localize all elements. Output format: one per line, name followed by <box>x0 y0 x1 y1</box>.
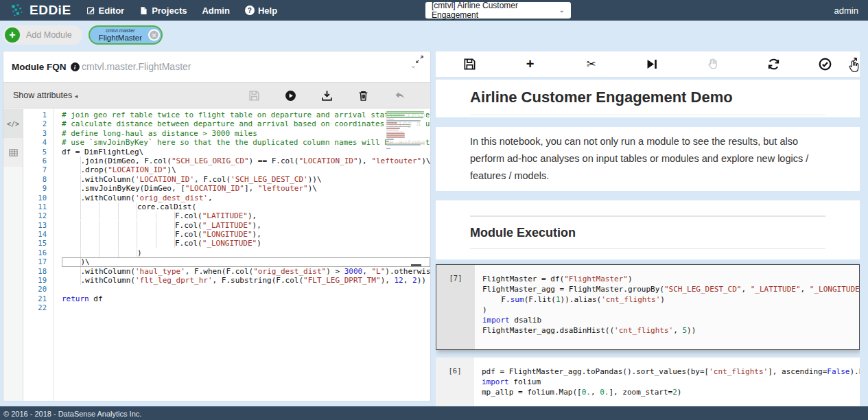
project-select[interactable]: [cmtvl] Airline Customer Engagement ⌄ <box>425 2 571 19</box>
show-attributes-toggle[interactable]: Show attributes ◂ <box>13 91 78 100</box>
cell-code[interactable]: pdf = FlightMaster_agg.toPandas().sort_v… <box>474 358 860 406</box>
add-cell-icon[interactable]: + <box>524 58 537 71</box>
code-line: import folium <box>482 377 854 387</box>
plus-icon: + <box>5 27 20 43</box>
line-number: 17 <box>23 257 53 266</box>
minimap-line <box>386 124 410 126</box>
notebook-description: In this notebook, you can not only run a… <box>470 133 825 185</box>
minimap-line <box>386 148 390 150</box>
line-number: 11 <box>23 202 53 211</box>
undo-icon[interactable] <box>394 90 406 102</box>
code-line: .smvJoinByKey(DimGeo, ["LOCATION_ID"], "… <box>62 184 430 193</box>
module-chip-flightmaster[interactable]: cmtvl.master FlightMaster ✕ <box>89 25 163 45</box>
download-icon[interactable] <box>321 90 333 102</box>
code-area[interactable]: # join geo ref table twice to flight tab… <box>54 109 430 401</box>
restart-refresh-icon[interactable] <box>767 58 780 71</box>
nav-item-help[interactable]: ? Help <box>245 5 277 16</box>
nav-label: Editor <box>99 5 125 16</box>
code-line: # define long-haul as distance > 3000 mi… <box>62 129 430 138</box>
nav-item-projects[interactable]: Projects <box>139 5 187 16</box>
code-line: .withColumn('haul_type', F.when(F.col("o… <box>62 267 430 276</box>
tab-code-view[interactable]: </> <box>3 109 23 138</box>
line-number: 19 <box>23 276 53 285</box>
line-number: 7 <box>23 165 53 174</box>
cell-prompt: [7] <box>436 265 475 349</box>
nav-label: Help <box>258 5 277 16</box>
section-heading: Module Execution <box>470 226 825 240</box>
line-number: 3 <box>23 129 53 138</box>
code-line: FlightMaster = df("FlightMaster") <box>482 274 854 284</box>
expand-panel-icon[interactable] <box>415 55 424 64</box>
minimap-line <box>386 130 399 131</box>
eddie-logo-icon <box>10 3 25 18</box>
validate-check-icon[interactable] <box>819 58 832 71</box>
module-execution-block: Module Execution <box>436 200 860 259</box>
line-number: 9 <box>23 184 53 193</box>
minimap-line <box>386 143 424 144</box>
save-notebook-icon[interactable] <box>463 58 476 71</box>
cell-code[interactable]: FlightMaster = df("FlightMaster")FlightM… <box>475 265 859 349</box>
notebook-title: Airline Customer Engagement Demo <box>470 89 825 115</box>
expand-notebook-icon[interactable] <box>848 57 858 67</box>
code-line: F.sum(F.lit(1)).alias('cnt_flights') <box>482 294 854 305</box>
module-fqn-input[interactable]: cmtvl.master.FlightMaster <box>82 61 191 72</box>
line-number: 14 <box>23 230 53 239</box>
code-line: FlightMaster_agg.dsaBinHist(('cnt_flight… <box>482 325 854 336</box>
notebook-cell[interactable]: [6]pdf = FlightMaster_agg.toPandas().sor… <box>436 358 860 406</box>
code-line: .withColumn('LOCATION_ID', F.col('SCH_LE… <box>62 175 430 184</box>
nav-label: Projects <box>152 5 187 16</box>
code-line: ) <box>482 305 854 315</box>
close-icon[interactable]: ✕ <box>148 30 160 41</box>
add-module-button[interactable]: + Add Module <box>3 25 82 45</box>
editor-toolbar: Show attributes ◂ <box>3 82 430 108</box>
run-module-icon[interactable] <box>285 90 296 102</box>
help-icon: ? <box>245 5 255 15</box>
minimap-line <box>386 120 421 121</box>
code-line <box>482 397 854 406</box>
notebook-cell[interactable]: [7]FlightMaster = df("FlightMaster")Flig… <box>436 264 860 350</box>
app-logo[interactable]: EDDiE <box>10 3 71 18</box>
code-editor[interactable]: </> 12345678910111213141516171819202122 … <box>3 109 430 401</box>
run-all-icon[interactable] <box>645 58 658 71</box>
code-line: # join geo ref table twice to flight tab… <box>62 110 430 119</box>
code-line: return df <box>62 294 430 303</box>
pan-hand-icon <box>706 58 719 71</box>
chip-name: FlightMaster <box>99 34 142 42</box>
code-line: core.calDist( <box>62 202 430 211</box>
editor-side-tabs: </> <box>3 109 23 401</box>
code-line <box>62 285 430 294</box>
delete-icon[interactable] <box>357 90 369 102</box>
minimap-line <box>386 139 394 140</box>
line-number: 4 <box>23 138 53 147</box>
code-line: mp_allp = folium.Map([0., 0.], zoom_star… <box>482 387 854 397</box>
code-line: .join(DimGeo, F.col("SCH_LEG_ORIG_CD") =… <box>62 156 430 165</box>
nav-item-admin[interactable]: Admin <box>202 5 229 16</box>
code-line: .withColumn('orig_dest_dist', <box>62 194 430 202</box>
divider <box>470 248 825 249</box>
cut-cell-icon[interactable]: ✂ <box>585 58 598 71</box>
info-icon[interactable]: i <box>71 62 80 71</box>
footer: © 2016 - 2018 - DataSense Analytics Inc. <box>0 406 868 420</box>
scrollbar-marker[interactable] <box>411 264 421 266</box>
top-navbar: EDDiE Editor Projects Admin ? Help [cmtv… <box>0 0 868 21</box>
line-number: 20 <box>23 285 53 294</box>
code-line: F.col("LATITUDE"), <box>62 211 430 220</box>
copyright-text: © 2016 - 2018 - DataSense Analytics Inc. <box>3 410 141 418</box>
code-line: F.col("_LATITUDE"), <box>62 221 430 230</box>
code-line: F.col("LONGITUDE"), <box>62 230 430 239</box>
editor-minimap[interactable] <box>386 111 426 152</box>
line-number: 18 <box>23 267 53 276</box>
nav-item-editor[interactable]: Editor <box>86 5 125 16</box>
code-line: ) <box>62 248 430 257</box>
line-number: 8 <box>23 175 53 184</box>
minimap-line <box>386 135 405 137</box>
line-number: 21 <box>23 294 53 303</box>
save-icon[interactable] <box>248 90 260 102</box>
tab-table-view[interactable] <box>3 138 23 167</box>
module-editor-panel: Module FQN i cmtvl.master.FlightMaster ⌄… <box>3 51 431 401</box>
user-menu[interactable]: admin <box>834 5 858 16</box>
line-number: 1 <box>23 110 53 119</box>
minimap-line <box>386 119 394 120</box>
code-line: .withColumn('flt_leg_dprt_hr', F.substri… <box>62 276 430 285</box>
code-line: FlightMaster_agg = FlightMaster.groupBy(… <box>482 284 854 294</box>
